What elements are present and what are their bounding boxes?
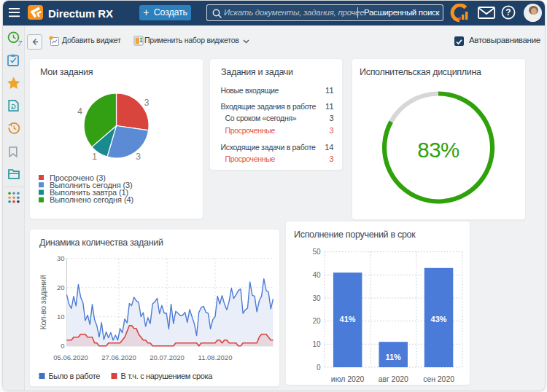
svg-text:50: 50 (312, 248, 321, 256)
svg-text:В т.ч. с нарушением срока: В т.ч. с нарушением срока (121, 371, 214, 380)
svg-text:20.07.2020: 20.07.2020 (150, 353, 185, 361)
svg-text:83%: 83% (417, 138, 459, 162)
svg-text:43%: 43% (431, 315, 447, 324)
svg-text:10: 10 (312, 340, 321, 348)
svg-text:11%: 11% (385, 353, 401, 361)
svg-text:41%: 41% (340, 315, 356, 324)
svg-text:30: 30 (312, 294, 321, 302)
svg-text:7: 7 (18, 39, 22, 47)
svg-text:30: 30 (57, 254, 65, 262)
svg-text:?: ? (505, 7, 511, 17)
svg-text:11.08.2020: 11.08.2020 (198, 353, 233, 361)
svg-text:3: 3 (136, 152, 141, 162)
svg-text:4: 4 (77, 106, 82, 117)
svg-text:Было в работе: Было в работе (49, 371, 101, 380)
svg-text:3: 3 (144, 98, 150, 108)
svg-text:Кол-во заданий: Кол-во заданий (39, 275, 47, 329)
svg-text:40: 40 (312, 271, 321, 279)
svg-text:0: 0 (61, 342, 64, 350)
svg-text:июл 2020: июл 2020 (331, 375, 365, 383)
svg-text:1: 1 (92, 152, 97, 162)
svg-text:Выполнено сегодня (4): Выполнено сегодня (4) (50, 195, 133, 204)
svg-text:05.06.2020: 05.06.2020 (53, 353, 88, 361)
svg-text:27.06.2020: 27.06.2020 (101, 353, 136, 361)
svg-text:сен 2020: сен 2020 (423, 375, 454, 383)
svg-text:20: 20 (312, 317, 321, 325)
svg-text:авг 2020: авг 2020 (379, 375, 408, 383)
svg-text:0: 0 (317, 364, 321, 372)
svg-text:10: 10 (57, 313, 65, 321)
svg-text:20: 20 (57, 283, 65, 291)
